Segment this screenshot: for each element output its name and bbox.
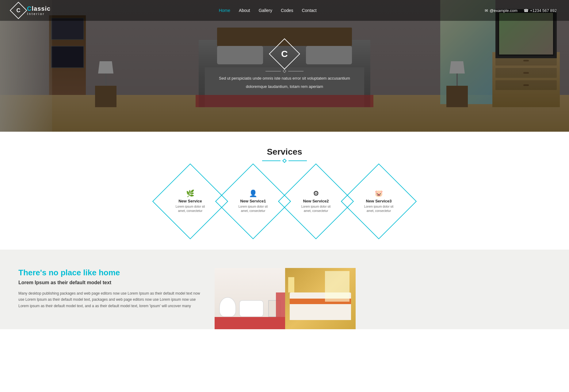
logo-text: Classic Interior — [27, 5, 51, 16]
service-card-2: ⚙ New Service2 Lorem ipsum dolor sit ame… — [289, 175, 343, 228]
about-section: There's no place like home Lorem Ipsum a… — [0, 250, 569, 329]
service-name-2: New Service2 — [303, 199, 329, 203]
service-inner-3: 🐷 New Service3 Lorem ipsum dolor sit ame… — [364, 190, 394, 213]
about-image-bathroom — [215, 268, 285, 329]
nav-links: Home About Gallery Codes Contact — [219, 8, 317, 13]
service-card-1: 👤 New Service1 Lorem ipsum dolor sit ame… — [226, 175, 280, 228]
nav-email: ✉ @example.com — [485, 8, 517, 13]
service-desc-2: Lorem ipsum dolor sit amet, consectetur — [301, 205, 331, 213]
service-desc-1: Lorem ipsum dolor sit amet, consectetur — [238, 205, 269, 213]
services-title: Services — [6, 147, 563, 157]
service-icon-1: 👤 — [249, 190, 257, 198]
divider-line-left — [265, 71, 281, 71]
service-card-3: 🐷 New Service3 Lorem ipsum dolor sit ame… — [352, 175, 406, 228]
sdivider-line-left — [262, 160, 281, 161]
about-text: There's no place like home Lorem Ipsum a… — [18, 268, 202, 309]
service-name-3: New Service3 — [366, 199, 392, 203]
sdivider-line-right — [288, 160, 307, 161]
services-divider — [6, 159, 563, 162]
service-inner-2: ⚙ New Service2 Lorem ipsum dolor sit ame… — [301, 190, 331, 213]
service-icon-2: ⚙ — [313, 190, 319, 198]
about-heading: There's no place like home — [18, 268, 202, 277]
hero-logo-diamond: C — [269, 38, 300, 70]
nav-contact-info: ✉ @example.com ☎ +1234 567 892 — [485, 8, 557, 13]
email-icon: ✉ — [485, 8, 488, 13]
phone-icon: ☎ — [524, 8, 529, 13]
hero-description-line1: Sed ut perspiciatis unde omnis iste natu… — [219, 76, 350, 81]
hero-divider — [265, 70, 304, 72]
service-card-0: 🌿 New Service Lorem ipsum dolor sit amet… — [163, 175, 217, 228]
hero-logo-letter: C — [281, 49, 288, 59]
divider-diamond — [283, 69, 286, 73]
nav-codes[interactable]: Codes — [281, 8, 293, 13]
service-inner-1: 👤 New Service1 Lorem ipsum dolor sit ame… — [238, 190, 269, 213]
logo-diamond: C — [10, 2, 27, 19]
service-inner-0: 🌿 New Service Lorem ipsum dolor sit amet… — [175, 190, 206, 213]
about-body: Many desktop publishing packages and web… — [18, 290, 202, 309]
service-desc-0: Lorem ipsum dolor sit amet, consectetur — [175, 205, 206, 213]
about-subheading: Lorem Ipsum as their default model text — [18, 280, 202, 285]
sdivider-diamond — [282, 159, 287, 163]
nav-about[interactable]: About — [239, 8, 250, 13]
service-name-0: New Service — [178, 199, 202, 203]
service-icon-0: 🌿 — [186, 190, 194, 198]
hero-description-line2: doloremque laudantium, totam rem aperiam — [246, 84, 323, 89]
service-icon-3: 🐷 — [375, 190, 383, 198]
about-image-bedroom — [285, 268, 356, 329]
nav-home[interactable]: Home — [219, 8, 230, 13]
nav-contact[interactable]: Contact — [302, 8, 316, 13]
services-section: Services 🌿 New Service Lorem ipsum dolor… — [0, 132, 569, 250]
brand-name: Classic — [27, 5, 51, 12]
logo-letter: C — [17, 7, 21, 14]
service-desc-3: Lorem ipsum dolor sit amet, consectetur — [364, 205, 394, 213]
service-name-1: New Service1 — [240, 199, 266, 203]
services-grid: 🌿 New Service Lorem ipsum dolor sit amet… — [6, 168, 563, 240]
about-images — [215, 268, 356, 329]
navbar: C Classic Interior Home About Gallery Co… — [0, 0, 569, 21]
divider-line-right — [288, 71, 304, 71]
brand-sub: Interior — [27, 12, 51, 16]
nav-phone: ☎ +1234 567 892 — [524, 8, 557, 13]
nav-gallery[interactable]: Gallery — [259, 8, 272, 13]
logo[interactable]: C Classic Interior — [12, 4, 51, 17]
